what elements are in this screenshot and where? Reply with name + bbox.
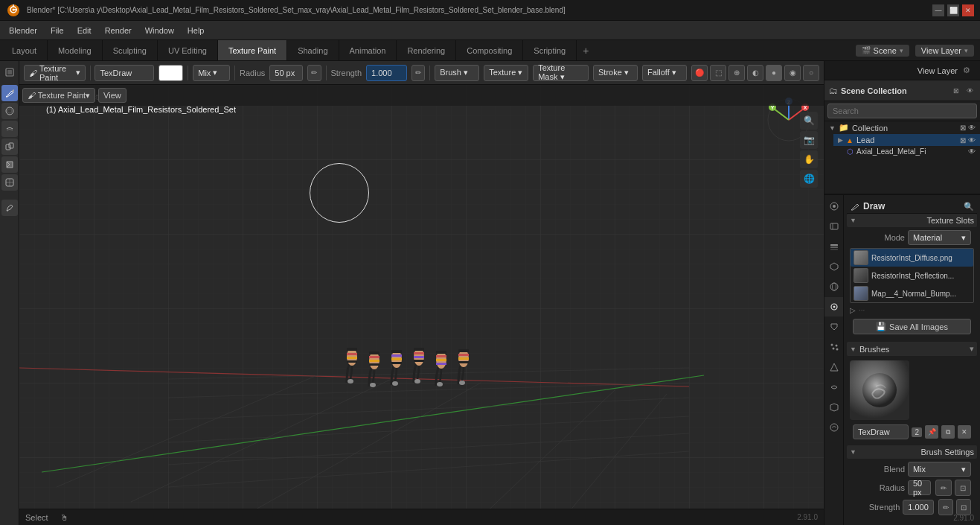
mode-prop-dropdown[interactable]: Material ▾ [908, 230, 971, 245]
prop-tab-constraints[interactable] [824, 378, 844, 397]
tab-compositing[interactable]: Compositing [456, 40, 523, 60]
maximize-button[interactable]: ⬜ [947, 4, 959, 16]
tab-rendering[interactable]: Rendering [397, 40, 456, 60]
mode-dropdown[interactable]: 🖌 Texture Paint ▾ [24, 65, 86, 81]
save-all-images-button[interactable]: 💾 Save All Images [853, 319, 971, 334]
zoom-in-icon[interactable]: 🔍 [800, 112, 818, 130]
strength-pen-button[interactable]: ✏ [411, 65, 425, 81]
outliner-filter-icon[interactable]: ⊠ [950, 85, 962, 97]
view-layer-selector[interactable]: View Layer ▾ [915, 45, 974, 57]
orbit-icon[interactable]: 🌐 [800, 170, 818, 188]
tab-texture-paint[interactable]: Texture Paint [218, 40, 287, 60]
tab-modeling[interactable]: Modeling [48, 40, 103, 60]
viewport-solid-icon[interactable]: ● [766, 65, 782, 81]
prop-tab-object[interactable] [824, 297, 844, 316]
strength-prop-ctrl[interactable]: ⊡ [956, 499, 971, 515]
falloff-dropdown[interactable]: Falloff ▾ [642, 65, 687, 81]
prop-tab-modifier[interactable] [824, 317, 844, 337]
smear-tool-button[interactable] [1, 121, 18, 137]
prop-tab-world[interactable] [824, 277, 844, 296]
tab-animation[interactable]: Animation [339, 40, 397, 60]
strength-prop-value[interactable]: 1.000 [903, 500, 934, 515]
3d-viewport[interactable]: User Perspective (1) Axial_Lead_Metal_Fi… [19, 85, 824, 525]
radius-pen-button[interactable]: ✏ [307, 65, 321, 81]
tab-uv-editing[interactable]: UV Editing [158, 40, 218, 60]
viewport-gizmo-icon[interactable]: ⊕ [728, 65, 745, 81]
viewport-render-icon[interactable]: ○ [803, 65, 819, 81]
annotate-tool-button[interactable] [1, 200, 18, 216]
scene-selector[interactable]: 🎬 Scene ▾ [856, 45, 909, 57]
fill-tool-button[interactable] [1, 156, 18, 173]
menu-render[interactable]: Render [99, 25, 138, 36]
pan-icon[interactable]: ✋ [800, 150, 818, 168]
brush-delete-btn[interactable]: ✕ [958, 425, 971, 439]
strength-prop-pen[interactable]: ✏ [938, 499, 953, 515]
tab-shading[interactable]: Shading [287, 40, 339, 60]
brush-dropdown[interactable]: Brush ▾ [435, 65, 479, 81]
prop-tab-data[interactable] [824, 398, 844, 417]
viewport-overlay-icon[interactable]: ⬚ [710, 65, 726, 81]
mode-icon[interactable] [1, 64, 18, 80]
menu-help[interactable]: Help [182, 25, 211, 36]
brush-name-dropdown[interactable]: TexDraw [95, 65, 154, 81]
view-menu-btn[interactable]: View [98, 88, 126, 103]
brush-settings-header[interactable]: ▼ Brush Settings [847, 445, 977, 459]
mode-select-btn[interactable]: 🖌 Texture Paint ▾ [22, 88, 95, 103]
window-controls[interactable]: — ⬜ ✕ [932, 4, 974, 16]
color-swatch[interactable] [158, 65, 183, 81]
brush-pin-btn[interactable]: 📌 [925, 425, 938, 439]
mesh-restrict1[interactable]: 👁 [968, 147, 976, 156]
soften-tool-button[interactable] [1, 103, 18, 119]
prop-tab-view-layer[interactable] [824, 237, 844, 256]
brushes-header[interactable]: ▼ Brushes ▾ [847, 342, 977, 356]
texture-slot-2[interactable]: ResistorInst_Reflection... [851, 267, 973, 284]
prop-tab-scene[interactable] [824, 257, 844, 276]
tab-layout[interactable]: Layout [1, 40, 48, 60]
radius-prop-pen[interactable]: ✏ [935, 480, 952, 496]
radius-prop-ctrl[interactable]: ⊡ [955, 480, 971, 496]
brush-name-field[interactable]: TexDraw [853, 424, 909, 439]
tab-scripting[interactable]: Scripting [523, 40, 577, 60]
prop-tab-output[interactable] [824, 217, 844, 236]
texture-slots-header[interactable]: ▼ Texture Slots [847, 214, 977, 227]
prop-tab-particles[interactable] [824, 337, 844, 357]
radius-prop-value[interactable]: 50 px [908, 480, 931, 495]
brush-preview-image[interactable] [850, 360, 909, 420]
mask-tool-button[interactable] [1, 174, 18, 191]
prop-tab-physics[interactable] [824, 357, 844, 377]
draw-search-icon[interactable]: 🔍 [964, 202, 974, 211]
mode-selector[interactable]: 🖌 Texture Paint ▾ [24, 64, 86, 82]
mesh-item[interactable]: ⬡ Axial_Lead_Metal_Fi 👁 [842, 146, 980, 157]
minimize-button[interactable]: — [932, 4, 944, 16]
viewport-shading-icon[interactable]: 🔴 [691, 65, 708, 81]
menu-file[interactable]: File [45, 25, 70, 36]
stroke-dropdown[interactable]: Stroke ▾ [593, 65, 638, 81]
close-button[interactable]: ✕ [962, 4, 974, 16]
prop-tab-material[interactable] [824, 418, 844, 437]
menu-blender[interactable]: Blender [3, 25, 43, 36]
outliner-search-input[interactable] [827, 104, 977, 118]
brushes-collapse-icon[interactable]: ▾ [970, 344, 974, 354]
texture-slot-1[interactable]: ResistorInst_Diffuse.png [851, 249, 973, 267]
strength-value[interactable]: 1.000 [366, 65, 407, 81]
blend-dropdown[interactable]: Mix ▾ [193, 65, 230, 81]
menu-edit[interactable]: Edit [71, 25, 97, 36]
viewport-material-icon[interactable]: ◉ [784, 65, 801, 81]
menu-window[interactable]: Window [139, 25, 180, 36]
draw-tool-button[interactable] [1, 85, 18, 101]
camera-icon[interactable]: 📷 [800, 131, 818, 149]
lead-restrict1[interactable]: ⊠ [960, 136, 966, 144]
collection-root-item[interactable]: ▼ 📁 Collection ⊠ 👁 [824, 121, 980, 134]
lead-restrict2[interactable]: 👁 [968, 136, 976, 144]
outliner-visibility-icon[interactable]: 👁 [964, 85, 976, 97]
collection-restrict1[interactable]: ⊠ [960, 124, 966, 132]
lead-item[interactable]: ▶ ▲ Lead ⊠ 👁 [833, 134, 980, 146]
collection-restrict2[interactable]: 👁 [968, 124, 976, 132]
viewport-xray-icon[interactable]: ◐ [747, 65, 763, 81]
tab-sculpting[interactable]: Sculpting [103, 40, 158, 60]
texture-dropdown[interactable]: Texture ▾ [484, 65, 528, 81]
blend-prop-dropdown[interactable]: Mix ▾ [908, 462, 971, 477]
prop-tab-render[interactable] [824, 197, 844, 216]
texture-slot-3[interactable]: Map__4_Normal_Bump... [851, 284, 973, 302]
add-workspace-button[interactable]: + [577, 40, 595, 60]
